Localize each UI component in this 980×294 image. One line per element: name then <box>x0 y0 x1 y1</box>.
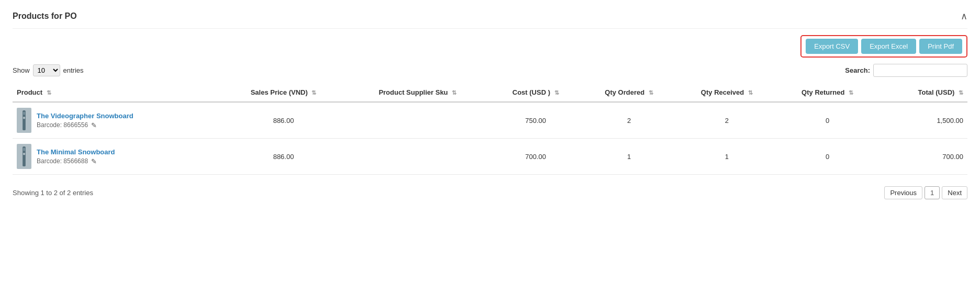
barcode-label-0: Barcode: 8666556 <box>37 121 88 129</box>
collapse-icon[interactable]: ∧ <box>961 10 967 22</box>
col-qty-received: Qty Received ⇅ <box>676 83 777 102</box>
edit-icon-1[interactable]: ✎ <box>91 157 97 165</box>
col-sales-price: Sales Price (VND) ⇅ <box>221 83 346 102</box>
sort-icon-qty-returned[interactable]: ⇅ <box>849 89 853 96</box>
print-pdf-button[interactable]: Print Pdf <box>919 39 962 54</box>
cell-qty-ordered-1: 1 <box>582 139 676 175</box>
section-title: Products for PO <box>13 12 77 21</box>
export-excel-button[interactable]: Export Excel <box>861 39 916 54</box>
previous-button[interactable]: Previous <box>884 186 922 199</box>
cell-total-usd-1: 700.00 <box>878 139 967 175</box>
controls-row: Show 10 25 50 100 entries Search: <box>13 64 967 77</box>
cell-qty-received-1: 1 <box>676 139 777 175</box>
sort-icon-qty-received[interactable]: ⇅ <box>748 89 753 96</box>
cell-cost-usd-1: 700.00 <box>490 139 582 175</box>
entries-label: entries <box>63 66 84 74</box>
search-row: Search: <box>845 64 967 77</box>
edit-icon-0[interactable]: ✎ <box>91 121 97 129</box>
table-row: The Minimal Snowboard Barcode: 8566688 ✎… <box>13 139 967 175</box>
section-header: Products for PO ∧ <box>13 10 967 29</box>
product-link-1[interactable]: The Minimal Snowboard <box>37 148 115 156</box>
sort-icon-cost-usd[interactable]: ⇅ <box>554 89 559 96</box>
current-page: 1 <box>925 186 940 199</box>
export-csv-button[interactable]: Export CSV <box>806 39 858 54</box>
entries-select[interactable]: 10 25 50 100 <box>33 64 60 76</box>
table-row: The Videographer Snowboard Barcode: 8666… <box>13 102 967 139</box>
cell-supplier-sku-1 <box>346 139 490 175</box>
pagination: Previous 1 Next <box>884 186 967 199</box>
cell-sales-price-0: 886.00 <box>221 102 346 139</box>
show-label: Show <box>13 66 30 74</box>
next-button[interactable]: Next <box>942 186 967 199</box>
col-qty-ordered: Qty Ordered ⇅ <box>582 83 676 102</box>
svg-rect-1 <box>23 112 25 115</box>
sort-icon-supplier-sku[interactable]: ⇅ <box>452 89 456 96</box>
cell-qty-returned-1: 0 <box>777 139 877 175</box>
sort-icon-qty-ordered[interactable]: ⇅ <box>649 89 653 96</box>
table-header: Product ⇅ Sales Price (VND) ⇅ Product Su… <box>13 83 967 102</box>
cell-qty-ordered-0: 2 <box>582 102 676 139</box>
col-total-usd: Total (USD) ⇅ <box>878 83 967 102</box>
cell-product-0: The Videographer Snowboard Barcode: 8666… <box>13 102 221 139</box>
cell-qty-received-0: 2 <box>676 102 777 139</box>
sort-icon-sales-price[interactable]: ⇅ <box>311 89 316 96</box>
col-cost-usd: Cost (USD ) ⇅ <box>490 83 582 102</box>
table-body: The Videographer Snowboard Barcode: 8666… <box>13 102 967 175</box>
sort-icon-product[interactable]: ⇅ <box>47 89 51 96</box>
svg-rect-4 <box>23 148 25 151</box>
product-link-0[interactable]: The Videographer Snowboard <box>37 112 133 120</box>
cell-product-1: The Minimal Snowboard Barcode: 8566688 ✎ <box>13 139 221 175</box>
product-image-0 <box>17 108 31 133</box>
cell-total-usd-0: 1,500.00 <box>878 102 967 139</box>
products-table: Product ⇅ Sales Price (VND) ⇅ Product Su… <box>13 83 967 175</box>
col-qty-returned: Qty Returned ⇅ <box>777 83 877 102</box>
cell-qty-returned-0: 0 <box>777 102 877 139</box>
product-image-1 <box>17 144 31 169</box>
show-entries: Show 10 25 50 100 entries <box>13 64 84 76</box>
cell-cost-usd-0: 750.00 <box>490 102 582 139</box>
showing-text: Showing 1 to 2 of 2 entries <box>13 189 93 197</box>
col-product: Product ⇅ <box>13 83 221 102</box>
cell-supplier-sku-0 <box>346 102 490 139</box>
cell-sales-price-1: 886.00 <box>221 139 346 175</box>
search-label: Search: <box>845 66 870 74</box>
search-input[interactable] <box>873 64 967 77</box>
svg-rect-5 <box>23 153 25 155</box>
svg-rect-2 <box>23 117 25 119</box>
barcode-label-1: Barcode: 8566688 <box>37 157 88 165</box>
footer-row: Showing 1 to 2 of 2 entries Previous 1 N… <box>13 182 967 199</box>
section-container: Products for PO ∧ Export CSV Export Exce… <box>13 10 967 199</box>
sort-icon-total-usd[interactable]: ⇅ <box>959 89 963 96</box>
toolbar-wrapper: Export CSV Export Excel Print Pdf <box>800 35 967 58</box>
col-supplier-sku: Product Supplier Sku ⇅ <box>346 83 490 102</box>
